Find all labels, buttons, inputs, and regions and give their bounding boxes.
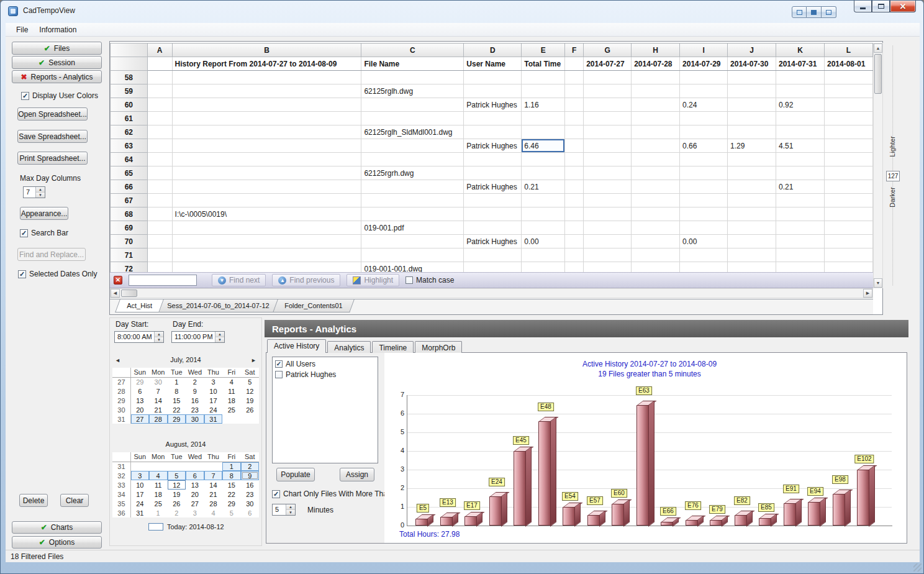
- day-end-spinner[interactable]: 11:00:00 PM ▲▼: [171, 331, 225, 343]
- calendar-day[interactable]: 5: [168, 471, 186, 480]
- print-spreadsheet-button[interactable]: Print Spreadsheet...: [17, 152, 88, 165]
- calendar-day[interactable]: 21: [149, 405, 168, 414]
- calendar-day[interactable]: 3: [186, 508, 204, 517]
- cell-I1[interactable]: 2014-07-29: [680, 57, 728, 71]
- row-header-72[interactable]: 72: [111, 262, 148, 273]
- cell-J58[interactable]: [728, 71, 776, 84]
- charts-button[interactable]: ✔ Charts: [12, 521, 102, 534]
- calendar-day[interactable]: 30: [241, 499, 260, 508]
- cell-D66[interactable]: Patrick Hughes: [464, 180, 522, 194]
- cell-B59[interactable]: [172, 84, 361, 98]
- cell-F70[interactable]: [565, 235, 584, 248]
- cell-E69[interactable]: [522, 221, 565, 235]
- calendar-day[interactable]: 20: [186, 490, 204, 499]
- column-header-G[interactable]: G: [584, 43, 632, 57]
- cell-J60[interactable]: [728, 98, 776, 112]
- cell-E61[interactable]: [522, 112, 565, 125]
- cell-J68[interactable]: [728, 207, 776, 221]
- row-header-63[interactable]: 63: [111, 139, 148, 153]
- open-spreadsheet-button[interactable]: Open Spreadsheet...: [17, 107, 88, 121]
- calendar-day[interactable]: 29: [168, 414, 186, 424]
- cell-H70[interactable]: [632, 235, 680, 248]
- calendar-day[interactable]: 4: [204, 508, 223, 517]
- row-header-60[interactable]: 60: [111, 98, 148, 112]
- cell-F65[interactable]: [565, 166, 584, 180]
- calendar-day[interactable]: 20: [130, 405, 149, 414]
- cell-J66[interactable]: [728, 180, 776, 194]
- user-item[interactable]: ✓All Users: [274, 358, 376, 369]
- cell-I59[interactable]: [680, 84, 728, 98]
- tab-active-history[interactable]: Active History: [267, 339, 326, 353]
- column-header-C[interactable]: C: [361, 43, 464, 57]
- calendar-day[interactable]: 25: [149, 499, 168, 508]
- cell-B69[interactable]: [172, 221, 361, 235]
- cell-H59[interactable]: [632, 84, 680, 98]
- row-header-68[interactable]: 68: [111, 207, 148, 221]
- cell-K72[interactable]: [776, 262, 825, 273]
- column-header-D[interactable]: D: [464, 43, 522, 57]
- cell-L69[interactable]: [824, 221, 872, 235]
- cell-A1[interactable]: [147, 57, 172, 71]
- cell-G1[interactable]: 2014-07-27: [584, 57, 632, 71]
- calendar-today-row[interactable]: Today: 2014-08-12: [148, 523, 224, 531]
- cell-L68[interactable]: [824, 207, 872, 221]
- cell-J71[interactable]: [728, 248, 776, 262]
- cell-G64[interactable]: [584, 153, 632, 166]
- cell-G65[interactable]: [584, 166, 632, 180]
- cell-E58[interactable]: [522, 71, 565, 84]
- find-bar-close-icon[interactable]: ✕: [114, 276, 122, 285]
- calendar-day[interactable]: 26: [168, 499, 186, 508]
- cell-G71[interactable]: [584, 248, 632, 262]
- cell-J61[interactable]: [728, 112, 776, 125]
- row-header-61[interactable]: 61: [111, 112, 148, 125]
- calendar-day[interactable]: 7: [149, 386, 168, 396]
- calendar-day[interactable]: 22: [222, 490, 240, 499]
- cell-A65[interactable]: [147, 166, 172, 180]
- find-input[interactable]: [129, 275, 197, 286]
- cell-F66[interactable]: [565, 180, 584, 194]
- cell-H68[interactable]: [632, 207, 680, 221]
- sheet-corner[interactable]: [111, 43, 148, 57]
- cell-A61[interactable]: [147, 112, 172, 125]
- row-header-69[interactable]: 69: [111, 221, 148, 235]
- cell-B71[interactable]: [172, 248, 361, 262]
- row-header-66[interactable]: 66: [111, 180, 148, 194]
- cell-D59[interactable]: [464, 84, 522, 98]
- titlebar[interactable]: CadTempoView ✕: [1, 1, 923, 22]
- cell-D63[interactable]: Patrick Hughes: [464, 139, 522, 153]
- cell-L71[interactable]: [824, 248, 872, 262]
- save-spreadsheet-button[interactable]: Save Spreadsheet...: [17, 130, 88, 143]
- cell-E67[interactable]: [522, 194, 565, 207]
- cell-A63[interactable]: [147, 139, 172, 153]
- cell-D65[interactable]: [464, 166, 522, 180]
- row-header-71[interactable]: 71: [111, 248, 148, 262]
- cell-G61[interactable]: [584, 112, 632, 125]
- populate-button[interactable]: Populate: [276, 468, 315, 481]
- cell-K71[interactable]: [776, 248, 825, 262]
- cell-G58[interactable]: [584, 71, 632, 84]
- cell-J70[interactable]: [728, 235, 776, 248]
- cell-H65[interactable]: [632, 166, 680, 180]
- horizontal-scroll-thumb[interactable]: [121, 289, 137, 297]
- user-item[interactable]: Patrick Hughes: [274, 369, 376, 380]
- cell-C64[interactable]: [361, 153, 464, 166]
- appearance-button[interactable]: Appearance...: [20, 207, 68, 220]
- calendar-day[interactable]: 6: [130, 386, 149, 396]
- calendar-day[interactable]: 17: [130, 490, 149, 499]
- cell-C66[interactable]: [361, 180, 464, 194]
- cell-A68[interactable]: [147, 207, 172, 221]
- calendar-day[interactable]: 12: [168, 480, 186, 490]
- cell-H63[interactable]: [632, 139, 680, 153]
- cell-C1[interactable]: File Name: [361, 57, 464, 71]
- cell-E68[interactable]: [522, 207, 565, 221]
- cell-L65[interactable]: [824, 166, 872, 180]
- row-header-70[interactable]: 70: [111, 235, 148, 248]
- cell-I67[interactable]: [680, 194, 728, 207]
- row-header-62[interactable]: 62: [111, 125, 148, 139]
- cell-F72[interactable]: [565, 262, 584, 273]
- titlebar-tool-button-2[interactable]: [807, 6, 822, 18]
- files-button[interactable]: ✔ Files: [12, 42, 102, 55]
- calendar-day[interactable]: 1: [149, 508, 168, 517]
- calendar-day[interactable]: 25: [222, 405, 240, 414]
- cell-I68[interactable]: [680, 207, 728, 221]
